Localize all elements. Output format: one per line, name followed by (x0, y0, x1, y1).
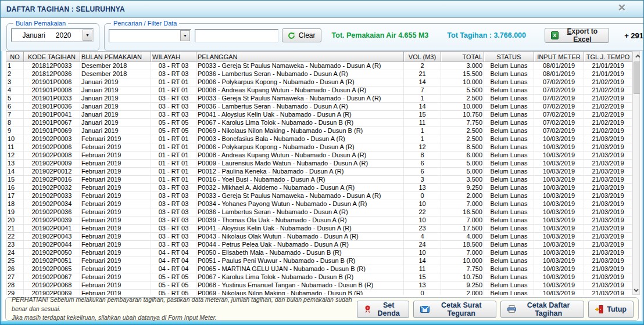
cell-no: 29 (6, 290, 24, 295)
cell-tempo: 21/02/2019 (584, 103, 632, 111)
cell-total: 10.000 (441, 257, 484, 265)
table-row[interactable]: 2201812P0036Desember 201803 - RT 03P0036… (6, 70, 632, 78)
cell-status: Belum Lunas (484, 273, 534, 281)
cell-input: 10/03/2019 (534, 257, 584, 265)
cell-tempo: 21/02/2019 (584, 95, 632, 103)
cell-no: 22 (6, 233, 24, 241)
cell-no: 20 (6, 216, 24, 225)
cell-total: 16.500 (441, 208, 484, 216)
table-row[interactable]: 8201901P0067Januari 201905 - RT 05P0067 … (6, 119, 632, 127)
cell-wilayah: 01 - RT 01 (151, 86, 196, 95)
cell-vol: 7 (404, 86, 441, 95)
cell-pelanggan: P0006 - Polykarpus Kopong - Nubamado - D… (196, 143, 404, 151)
table-row[interactable]: 13201902P0009Februari 201901 - RT 01P000… (6, 160, 632, 168)
table-row[interactable]: 1201812P0033Desember 201803 - RT 03P0033… (6, 62, 632, 70)
chevron-down-icon[interactable]: ▼ (83, 30, 92, 41)
scrollbar-thumb[interactable] (634, 62, 640, 94)
table-row[interactable]: 28201902P0068Februari 201905 - RT 05P006… (6, 281, 632, 290)
cell-total: 10.750 (441, 273, 484, 281)
table-row[interactable]: 9201901P0069Januari 201905 - RT 05P0069 … (6, 127, 632, 135)
cell-status: Belum Lunas (484, 241, 534, 249)
export-to-excel-button[interactable]: X Export to Excel (545, 28, 609, 43)
cell-kode: 201902P0009 (24, 160, 80, 168)
cell-status: Belum Lunas (484, 143, 534, 151)
table-row[interactable]: 29201902P0069Februari 201905 - RT 05P006… (6, 290, 632, 295)
table-row[interactable]: 23201902P0044Februari 201903 - RT 03P004… (6, 241, 632, 249)
column-header-total[interactable]: TOTAL (441, 52, 484, 62)
cell-bulan: Februari 2019 (80, 176, 151, 184)
cell-vol: 22 (404, 208, 441, 216)
vertical-scrollbar[interactable] (632, 51, 640, 295)
cell-status: Belum Lunas (484, 184, 534, 192)
cell-vol: 10 (404, 216, 441, 225)
table-row[interactable]: 18201902P0034Februari 201903 - RT 03P003… (6, 200, 632, 208)
cell-bulan: Januari 2019 (80, 103, 151, 111)
table-body: 1201812P0033Desember 201803 - RT 03P0033… (6, 62, 632, 295)
table-row[interactable]: 10201902P0003Februari 201901 - RT 01P000… (6, 135, 632, 143)
cell-tempo: 21/03/2019 (584, 273, 632, 281)
scroll-up-icon[interactable] (633, 52, 640, 61)
cell-status: Belum Lunas (484, 200, 534, 208)
cetak-daftar-tagihan-button[interactable]: Cetak Daftar Tagihan (500, 301, 584, 318)
cell-no: 26 (6, 265, 24, 273)
cetak-surat-teguran-button[interactable]: Cetak Surat Teguran (413, 301, 496, 318)
table-row[interactable]: 24201902P0050Februari 201904 - RT 04P005… (6, 249, 632, 257)
search-input[interactable] (195, 29, 278, 42)
column-header-pelanggan[interactable]: PELANGGAN (196, 52, 404, 62)
table-row[interactable]: 20201902P0039Februari 201903 - RT 03P003… (6, 216, 632, 225)
table-row[interactable]: 21201902P0041Februari 201903 - RT 03P004… (6, 225, 632, 233)
table-row[interactable]: 4201901P0008Januari 201901 - RT 01P0008 … (6, 86, 632, 95)
cell-status: Belum Lunas (484, 70, 534, 78)
column-header-input[interactable]: INPUT METER (534, 52, 584, 62)
close-icon[interactable]: ✕ (618, 2, 626, 14)
table-row[interactable]: 11201902P0006Februari 201901 - RT 01P000… (6, 143, 632, 151)
table-row[interactable]: 26201902P0065Februari 201904 - RT 04P006… (6, 265, 632, 273)
clear-button[interactable]: Clear (282, 28, 321, 42)
set-denda-button[interactable]: Set Denda (357, 301, 409, 318)
table-row[interactable]: 27201902P0067Februari 201905 - RT 05P006… (6, 273, 632, 281)
column-header-bulan[interactable]: BULAN PEMAKAIAN (80, 52, 151, 62)
cell-pelanggan: P0012 - Paulina Keneka - Nubamado - Dusu… (196, 168, 404, 176)
table-row[interactable]: 3201901P0006Januari 201901 - RT 01P0006 … (6, 78, 632, 86)
table-row[interactable]: 12201902P0008Februari 201901 - RT 01P000… (6, 151, 632, 160)
table-row[interactable]: 5201901P0033Januari 201903 - RT 03P0033 … (6, 95, 632, 103)
cell-kode: 201902P0039 (24, 216, 80, 225)
column-header-kode[interactable]: KODE TAGIHAN (24, 52, 80, 62)
column-header-tempo[interactable]: TGL J. TEMPO (584, 52, 632, 62)
cell-wilayah: 01 - RT 01 (151, 135, 196, 143)
cell-status: Belum Lunas (484, 168, 534, 176)
table-row[interactable]: 15201902P0016Februari 201901 - RT 01P001… (6, 176, 632, 184)
table-row[interactable]: 16201902P0032Februari 201903 - RT 03P003… (6, 184, 632, 192)
scroll-down-icon[interactable] (633, 285, 640, 294)
cell-pelanggan: P0069 - Nikolaus Nilon Making - Nubamado… (196, 127, 404, 135)
cell-vol: 21 (404, 70, 441, 78)
filter-field-select[interactable]: ▼ (109, 29, 191, 42)
table-row[interactable]: 25201902P0051Februari 201904 - RT 04P005… (6, 257, 632, 265)
column-header-no[interactable]: NO (6, 52, 24, 62)
cell-tempo: 21/03/2019 (584, 143, 632, 151)
table-row[interactable]: 19201902P0036Februari 201903 - RT 03P003… (6, 208, 632, 216)
tutup-button[interactable]: Tutup (588, 301, 634, 318)
cell-pelanggan: P0006 - Polykarpus Kopong - Nubamado - D… (196, 78, 404, 86)
cell-total: 9.250 (441, 281, 484, 290)
cell-total: 5.000 (441, 168, 484, 176)
cell-vol: 0 (404, 290, 441, 295)
bulan-pemakaian-select[interactable]: Januari 2020 ▼ (11, 28, 94, 42)
toolbar: Bulan Pemakaian Januari 2020 ▼ Pencarian… (1, 18, 643, 51)
chevron-down-icon[interactable]: ▼ (180, 30, 190, 41)
table-row[interactable]: 7201901P0041Januari 201903 - RT 03P0041 … (6, 111, 632, 119)
cell-bulan: Februari 2019 (80, 257, 151, 265)
cell-wilayah: 03 - RT 03 (151, 200, 196, 208)
column-header-wilayah[interactable]: WILAYAH (151, 52, 196, 62)
cell-kode: 201901P0041 (24, 111, 80, 119)
table-row[interactable]: 6201901P0036Januari 201903 - RT 03P0036 … (6, 103, 632, 111)
cell-vol: 6 (404, 160, 441, 168)
column-header-status[interactable]: STATUS (484, 52, 534, 62)
cell-no: 24 (6, 249, 24, 257)
table-row[interactable]: 22201902P0043Februari 201903 - RT 03P004… (6, 233, 632, 241)
column-header-vol[interactable]: VOL (M3) (404, 52, 441, 62)
table-row[interactable]: 14201902P0012Februari 201901 - RT 01P001… (6, 168, 632, 176)
table-row[interactable]: 17201902P0033Februari 201903 - RT 03P003… (6, 192, 632, 200)
cell-input: 10/03/2019 (534, 208, 584, 216)
cell-status: Belum Lunas (484, 160, 534, 168)
